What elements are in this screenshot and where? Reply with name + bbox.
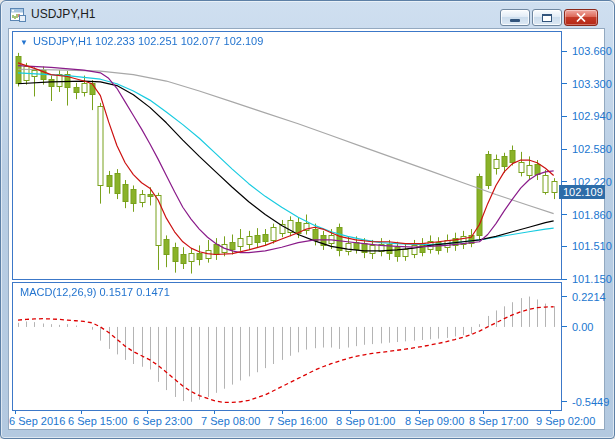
macd-axis-tick	[562, 401, 567, 402]
time-axis-label: 6 Sep 2016	[9, 414, 65, 428]
main-chart-header: ▼USDJPY,H1 102.233 102.251 102.077 102.1…	[20, 35, 263, 47]
ohlc-readout: USDJPY,H1 102.233 102.251 102.077 102.10…	[33, 35, 263, 47]
price-axis-label: 103.660	[572, 44, 612, 58]
price-axis-label: 103.300	[572, 77, 612, 91]
main-chart-plot[interactable]	[13, 32, 561, 279]
maximize-icon	[542, 14, 552, 22]
price-axis-tick	[562, 149, 567, 150]
time-axis[interactable]: 6 Sep 20166 Sep 15:006 Sep 23:007 Sep 08…	[9, 413, 606, 428]
time-axis-tick	[214, 411, 215, 414]
price-axis-label: 102.940	[572, 109, 612, 123]
price-axis-tick	[562, 181, 567, 182]
time-axis-label: 8 Sep 01:00	[336, 414, 395, 428]
current-price-tag: 102.109	[559, 185, 605, 199]
time-axis-tick	[15, 411, 16, 414]
chart-client-area: ▼USDJPY,H1 102.233 102.251 102.077 102.1…	[8, 28, 605, 430]
price-axis-label: 101.510	[572, 239, 612, 253]
time-axis-tick	[550, 411, 551, 414]
price-axis-label: 102.580	[572, 142, 612, 156]
price-axis[interactable]: 103.660103.300102.940102.580102.220101.8…	[562, 29, 604, 411]
macd-plot[interactable]	[13, 283, 561, 410]
time-axis-label: 7 Sep 16:00	[268, 414, 327, 428]
maximize-button[interactable]	[532, 9, 562, 26]
macd-axis-label: 0.2214	[572, 290, 606, 304]
symbol-dropdown-icon[interactable]: ▼	[20, 38, 28, 47]
time-axis-label: 7 Sep 08:00	[201, 414, 260, 428]
macd-axis-tick	[562, 296, 567, 297]
close-icon	[576, 13, 586, 22]
price-axis-tick	[562, 279, 567, 280]
time-axis-label: 8 Sep 09:00	[405, 414, 464, 428]
time-axis-label: 8 Sep 17:00	[469, 414, 528, 428]
time-axis-tick	[147, 411, 148, 414]
price-axis-tick	[562, 51, 567, 52]
macd-panel: MACD(12,26,9) 0.1517 0.1471	[12, 282, 562, 411]
macd-axis-tick	[562, 326, 567, 327]
chart-window: USDJPY,H1 ▼USDJPY,H1 102.233 102.251 102…	[0, 0, 615, 439]
time-axis-label: 9 Sep 02:00	[536, 414, 595, 428]
time-axis-tick	[350, 411, 351, 414]
price-axis-label: 101.860	[572, 208, 612, 222]
title-bar[interactable]: USDJPY,H1	[1, 1, 614, 29]
minimize-button[interactable]	[500, 9, 530, 26]
main-chart-panel: ▼USDJPY,H1 102.233 102.251 102.077 102.1…	[12, 31, 562, 280]
minimize-icon	[510, 19, 520, 22]
price-axis-tick	[562, 116, 567, 117]
chart-window-icon	[10, 7, 26, 23]
window-title: USDJPY,H1	[31, 1, 95, 29]
time-axis-tick	[483, 411, 484, 414]
time-axis-label: 6 Sep 15:00	[68, 414, 127, 428]
macd-axis-label: -0.5449	[572, 395, 609, 409]
price-axis-tick	[562, 246, 567, 247]
price-axis-label: 101.150	[572, 272, 612, 286]
price-axis-tick	[562, 83, 567, 84]
macd-axis-label: 0.00	[572, 320, 593, 334]
price-axis-tick	[562, 214, 567, 215]
macd-header: MACD(12,26,9) 0.1517 0.1471	[20, 286, 170, 298]
time-axis-tick	[282, 411, 283, 414]
time-axis-label: 6 Sep 23:00	[133, 414, 192, 428]
time-axis-tick	[419, 411, 420, 414]
close-button[interactable]	[564, 9, 598, 26]
time-axis-tick	[81, 411, 82, 414]
